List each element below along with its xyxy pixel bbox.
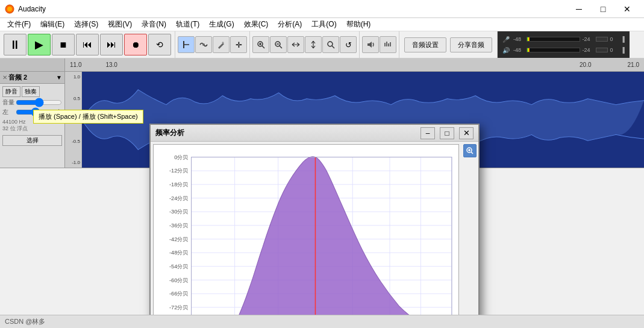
mic-icon: 🎤 xyxy=(502,36,511,43)
svg-text:-72分贝: -72分贝 xyxy=(169,304,188,311)
svg-rect-10 xyxy=(390,42,391,46)
input-level-indicator: ▐ xyxy=(621,36,625,42)
svg-text:-66分贝: -66分贝 xyxy=(169,291,188,297)
dialog-close-button[interactable]: ✕ xyxy=(459,127,474,139)
track-title: 音频 2 xyxy=(8,73,55,82)
menu-analyze[interactable]: 分析(A) xyxy=(273,18,307,31)
svg-text:0分贝: 0分贝 xyxy=(174,154,188,160)
mute-button[interactable]: 静音 xyxy=(2,86,20,97)
app-window: Audacity ─ □ ✕ 文件(F) 编辑(E) 选择(S) 视图(V) 录… xyxy=(0,0,644,328)
menu-file[interactable]: 文件(F) xyxy=(2,18,36,31)
volume-slider[interactable] xyxy=(16,99,62,106)
restore-button[interactable]: □ xyxy=(591,2,615,16)
speaker-vu-icon: 🔊 xyxy=(502,47,511,54)
fit-height-button[interactable] xyxy=(305,36,322,53)
svg-text:-54分贝: -54分贝 xyxy=(169,263,188,270)
svg-rect-7 xyxy=(384,43,386,46)
dialog-restore-button[interactable]: □ xyxy=(440,127,454,139)
editor-area: 播放 (Space) / 播放 (Shift+Space) 11.0 13.0 … xyxy=(0,58,644,315)
menu-track[interactable]: 轨道(T) xyxy=(171,18,204,31)
frequency-analysis-dialog: 频率分析 – □ ✕ xyxy=(149,124,480,315)
fit-width-button[interactable] xyxy=(287,36,304,53)
menu-edit[interactable]: 编辑(E) xyxy=(36,18,69,31)
track-close-button[interactable]: ✕ xyxy=(2,74,7,81)
track-dropdown-arrow[interactable]: ▼ xyxy=(56,74,62,81)
play-button[interactable]: ▶ xyxy=(28,34,51,55)
pause-button[interactable]: ⏸ xyxy=(4,34,27,55)
timeline-marker-2: 13.0 xyxy=(105,62,117,68)
record-button[interactable]: ⏺ xyxy=(124,34,147,55)
timeline: 11.0 13.0 20.0 21.0 xyxy=(0,58,644,72)
select-area: 选择 xyxy=(2,135,62,146)
zoom-sel-button[interactable] xyxy=(322,36,339,53)
db-val-5: -1.0 xyxy=(66,160,80,165)
multitool-button[interactable]: ✛ xyxy=(230,36,247,53)
solo-button[interactable]: 独奏 xyxy=(22,86,40,97)
zoom-out-button[interactable] xyxy=(270,36,287,53)
svg-point-3 xyxy=(202,43,205,46)
dialog-inner: 0分贝 -12分贝 -18分贝 -24分贝 -30分贝 -36分贝 -42分贝 … xyxy=(151,142,478,315)
zoom-in-button[interactable] xyxy=(252,36,269,53)
vu-row-input: 🎤 -48 -24 0 ▐ xyxy=(502,34,625,44)
input-vu-track xyxy=(527,37,580,42)
svg-text:-12分贝: -12分贝 xyxy=(169,168,188,174)
db-val-2: 0.5 xyxy=(66,96,80,101)
select-button[interactable]: 选择 xyxy=(2,135,62,146)
toolbar: ⏸ ▶ ■ ⏮ ⏭ ⏺ ⟲ ✛ xyxy=(0,31,644,58)
svg-text:-60分贝: -60分贝 xyxy=(169,277,188,283)
menu-generate[interactable]: 生成(G) xyxy=(204,18,239,31)
menu-tools[interactable]: 工具(O) xyxy=(307,18,341,31)
output-level-indicator: ▐ xyxy=(621,47,625,53)
dialog-titlebar: 频率分析 – □ ✕ xyxy=(151,125,478,142)
stop-button[interactable]: ■ xyxy=(52,34,75,55)
menu-view[interactable]: 视图(V) xyxy=(103,18,137,31)
select-tool-button[interactable] xyxy=(178,36,195,53)
loop-button[interactable]: ⟲ xyxy=(148,34,171,55)
db-val-1: 1.0 xyxy=(66,74,80,80)
zoom-in-chart-button[interactable] xyxy=(463,144,477,157)
app-icon xyxy=(5,4,14,14)
status-text: CSDN @林多 xyxy=(5,317,45,326)
pan-label: 左 xyxy=(2,108,14,116)
split-audio-button[interactable]: 分享音频 xyxy=(450,37,492,52)
timeline-marker-3: 20.0 xyxy=(580,62,591,68)
svg-rect-8 xyxy=(386,42,387,46)
bit-depth-label: 32 位 浮点 xyxy=(2,125,62,133)
track-actions: 静音 独奏 xyxy=(2,86,62,97)
svg-text:-36分贝: -36分贝 xyxy=(169,222,188,229)
svg-text:-24分贝: -24分贝 xyxy=(169,195,188,201)
volume-row: 音量 xyxy=(2,98,62,107)
record-meter-button[interactable] xyxy=(380,36,396,53)
timeline-marker-4: 21.0 xyxy=(628,62,639,68)
prev-button[interactable]: ⏮ xyxy=(76,34,99,55)
menu-select[interactable]: 选择(S) xyxy=(69,18,103,31)
next-button[interactable]: ⏭ xyxy=(100,34,123,55)
title-bar-text: Audacity xyxy=(18,5,46,13)
dialog-minimize-button[interactable]: – xyxy=(420,127,435,139)
status-bar: CSDN @林多 xyxy=(0,315,644,328)
menu-bar: 文件(F) 编辑(E) 选择(S) 视图(V) 录音(N) 轨道(T) 生成(G… xyxy=(0,18,644,31)
tooltip-text: 播放 (Space) / 播放 (Shift+Space) xyxy=(39,113,138,120)
volume-label: 音量 xyxy=(2,98,14,107)
svg-rect-9 xyxy=(388,43,389,46)
vu-meters: 🎤 -48 -24 0 ▐ 🔊 -48 -24 0 ▐ xyxy=(497,31,630,58)
svg-point-1 xyxy=(7,7,12,11)
svg-text:-30分贝: -30分贝 xyxy=(169,209,188,215)
draw-tool-button[interactable] xyxy=(213,36,230,53)
menu-record[interactable]: 录音(N) xyxy=(137,18,171,31)
speaker-button[interactable] xyxy=(362,36,379,53)
menu-help[interactable]: 帮助(H) xyxy=(342,18,376,31)
menu-effects[interactable]: 效果(C) xyxy=(239,18,274,31)
svg-text:-48分贝: -48分贝 xyxy=(169,250,188,256)
zoom-tools: ↺ xyxy=(249,31,359,58)
svg-point-6 xyxy=(328,42,333,46)
audio-settings-button[interactable]: 音频设置 xyxy=(404,37,446,52)
window-controls: ─ □ ✕ xyxy=(567,2,639,16)
output-vu-track xyxy=(527,48,580,52)
zoom-undo-button[interactable]: ↺ xyxy=(340,36,357,53)
minimize-button[interactable]: ─ xyxy=(567,2,591,16)
close-button[interactable]: ✕ xyxy=(615,2,639,16)
audio-controls: 音频设置 分享音频 xyxy=(399,31,497,58)
chart-sidebar xyxy=(461,142,478,315)
envelope-tool-button[interactable] xyxy=(195,36,212,53)
